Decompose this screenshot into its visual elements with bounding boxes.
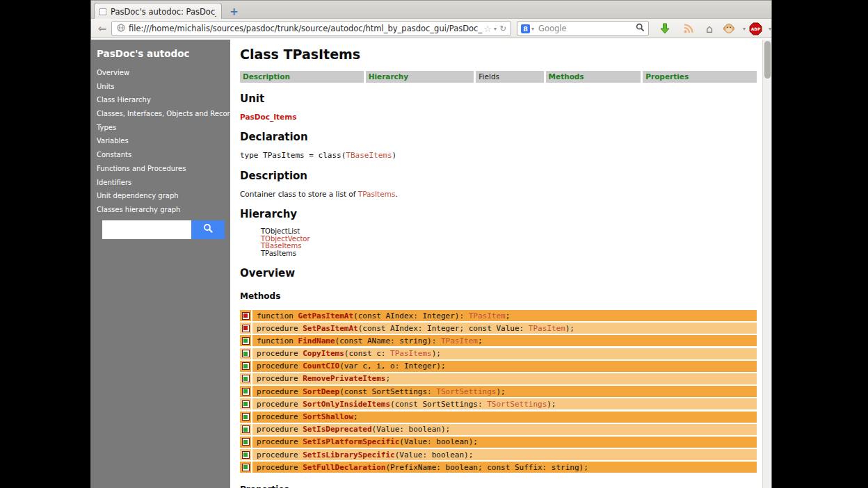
code-text: (const SortSettings: (390, 400, 487, 409)
identifier-link[interactable]: SortOnlyInsideItems (303, 400, 390, 409)
section-nav-hierarchy[interactable]: Hierarchy (366, 71, 474, 83)
type-link[interactable]: TSortSettings (436, 387, 496, 396)
chevron-down-icon[interactable]: ▾ (762, 22, 778, 35)
scrollbar-thumb[interactable] (764, 41, 771, 79)
code-text: ; (353, 412, 358, 421)
member-declaration: procedure SortShallow; (252, 412, 757, 423)
vertical-scrollbar[interactable] (762, 40, 771, 488)
new-tab-button[interactable]: + (225, 4, 243, 19)
code-text: function (257, 336, 298, 345)
member-row: procedure SortShallow; (240, 412, 757, 423)
identifier-link[interactable]: SortDeep (303, 387, 339, 396)
chevron-down-icon[interactable]: ▾ (494, 26, 497, 32)
code-text: procedure (257, 374, 303, 383)
hierarchy-item[interactable]: TObjectVector (261, 236, 757, 243)
unit-link[interactable]: PasDoc_Items (240, 113, 757, 121)
sidebar-item[interactable]: Units (97, 83, 225, 90)
identifier-link[interactable]: SortShallow (303, 412, 353, 421)
code-text: procedure (257, 361, 303, 371)
type-link[interactable]: TPasItem (441, 336, 478, 345)
code-text: (const AIndex: Integer; const Value: (358, 324, 529, 333)
public-member-icon (242, 464, 250, 471)
sidebar-item[interactable]: Types (97, 124, 225, 131)
section-nav-description[interactable]: Description (240, 71, 364, 83)
sidebar-item[interactable]: Classes, Interfaces, Objects and Records (97, 111, 225, 117)
hierarchy-item[interactable]: TBaseItems (261, 243, 757, 250)
public-member-icon (242, 362, 250, 370)
home-icon[interactable]: ⌂ (702, 22, 717, 35)
member-declaration: procedure SortDeep(const SortSettings: T… (252, 386, 757, 397)
identifier-link[interactable]: SetIsPlatformSpecific (303, 437, 399, 446)
code-text: procedure (257, 400, 303, 409)
identifier-link[interactable]: SetPasItemAt (303, 324, 357, 333)
hierarchy-item: TPasItems (261, 250, 757, 258)
identifier-link[interactable]: GetPasItemAt (298, 311, 353, 320)
code-text: (const AName: string): (335, 336, 441, 345)
doc-main: Class TPasItems DescriptionHierarchyFiel… (230, 40, 762, 488)
adblock-plus-icon[interactable]: ABP (748, 22, 763, 35)
type-link[interactable]: TBaseItems (346, 151, 392, 160)
type-link[interactable]: TPasItem (529, 324, 565, 333)
code-text: procedure (257, 412, 303, 421)
description-text: Container class to store a list of TPasI… (240, 190, 757, 198)
sidebar: PasDoc's autodoc OverviewUnitsClass Hier… (91, 40, 230, 488)
code-text: (Value: boolean); (395, 450, 474, 459)
sidebar-search-input[interactable] (102, 220, 191, 239)
member-declaration: procedure SetIsPlatformSpecific(Value: b… (252, 437, 757, 448)
section-nav-methods[interactable]: Methods (546, 71, 641, 83)
bookmark-star-icon[interactable]: ☆ (483, 24, 492, 34)
sidebar-item[interactable]: Functions and Procedures (97, 165, 225, 172)
rss-feed-icon[interactable] (681, 22, 696, 35)
sidebar-item[interactable]: Identifiers (97, 179, 225, 186)
member-declaration: procedure RemovePrivateItems; (252, 373, 757, 384)
sidebar-item[interactable]: Overview (97, 70, 225, 76)
member-declaration: procedure SetPasItemAt(const AIndex: Int… (252, 323, 757, 334)
code-text: ) (392, 151, 397, 160)
identifier-link[interactable]: CountCIO (303, 361, 339, 371)
back-button[interactable]: ⇐ (95, 21, 110, 36)
section-nav-properties[interactable]: Properties (643, 71, 757, 83)
sidebar-item[interactable]: Variables (97, 138, 225, 145)
code-text: procedure (257, 437, 303, 446)
identifier-link[interactable]: SetFullDeclaration (303, 463, 385, 472)
reload-icon[interactable]: ↻ (499, 24, 506, 33)
member-declaration: function GetPasItemAt(const AIndex: Inte… (252, 310, 757, 321)
sidebar-item[interactable]: Unit dependency graph (97, 193, 225, 200)
member-declaration: procedure CopyItems(const c: TPasItems); (252, 348, 757, 359)
url-bar[interactable]: file:///home/michalis/sources/pasdoc/tru… (111, 21, 511, 36)
visibility-cell (240, 335, 251, 346)
code-text: ; (506, 311, 511, 320)
type-link[interactable]: TPasItems (358, 190, 396, 198)
monkey-addon-icon[interactable] (721, 22, 737, 35)
search-bar[interactable]: 8 ▾ Google (517, 21, 649, 36)
chevron-down-icon[interactable]: ▾ (531, 26, 534, 32)
public-member-icon (242, 400, 250, 408)
identifier-link[interactable]: CopyItems (303, 349, 344, 358)
sidebar-item[interactable]: Classes hierarchy graph (97, 206, 225, 213)
visibility-cell (240, 437, 251, 448)
sidebar-search-button[interactable] (191, 220, 225, 239)
type-link[interactable]: TPasItems (390, 349, 432, 358)
search-engine-icon[interactable]: 8 (521, 24, 530, 33)
search-icon (203, 223, 214, 236)
download-icon[interactable] (657, 22, 673, 35)
hierarchy-heading: Hierarchy (240, 208, 757, 220)
type-link[interactable]: TSortSettings (487, 400, 547, 409)
sidebar-item[interactable]: Constants (97, 152, 225, 158)
sidebar-item[interactable]: Class Hierarchy (97, 97, 225, 104)
hierarchy-item: TObjectList (261, 228, 757, 236)
type-link[interactable]: TPasItem (469, 311, 506, 320)
identifier-link[interactable]: RemovePrivateItems (303, 374, 385, 383)
identifier-link[interactable]: SetIsDeprecated (303, 425, 371, 434)
code-text: (var c, i, o: Integer); (339, 361, 445, 371)
browser-tab[interactable]: PasDoc's autodoc: PasDoc_I... (94, 3, 222, 19)
svg-text:ABP: ABP (750, 26, 760, 31)
identifier-link[interactable]: SetIsLibrarySpecific (303, 450, 394, 459)
methods-heading: Methods (240, 291, 757, 301)
identifier-link[interactable]: FindName (298, 336, 335, 345)
code-text: procedure (257, 349, 303, 358)
member-declaration: function FindName(const AName: string): … (252, 335, 757, 346)
code-text: ; (478, 336, 483, 345)
member-declaration: procedure CountCIO(var c, i, o: Integer)… (252, 361, 757, 372)
search-icon[interactable] (636, 23, 645, 34)
